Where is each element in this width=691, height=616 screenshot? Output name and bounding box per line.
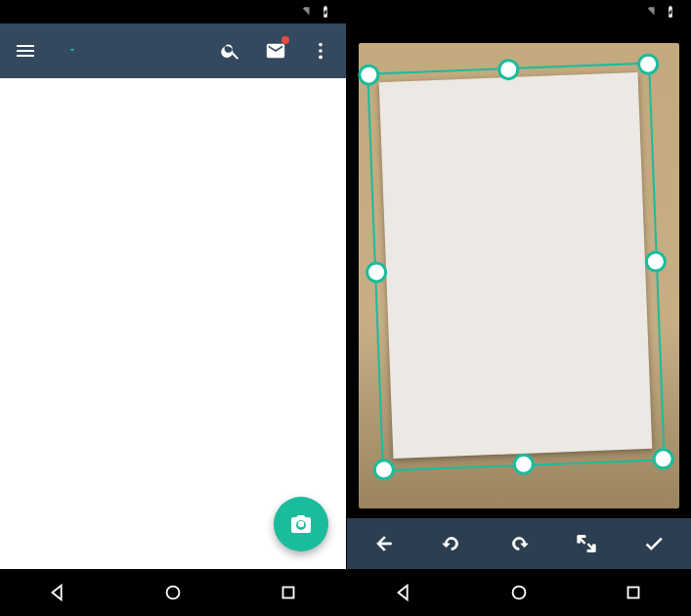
check-icon [643,533,665,554]
scanned-page [378,72,652,459]
rotate-left-icon [441,533,462,554]
inbox-button[interactable] [258,33,293,68]
nav-back-button[interactable] [28,573,87,612]
svg-point-5 [512,587,525,599]
camera-fab[interactable] [274,497,328,551]
expand-icon [576,533,597,554]
nav-home-button[interactable] [144,573,202,612]
paper-text [393,99,625,108]
arrow-left-icon [373,533,395,554]
crop-handle-tl[interactable] [357,64,379,86]
chevron-down-icon [66,44,78,56]
search-icon [220,40,241,62]
overflow-menu-button[interactable] [303,33,338,68]
crop-handle-t[interactable] [497,59,519,81]
svg-rect-6 [628,588,639,598]
document-list[interactable] [0,78,346,569]
nav-recent-button[interactable] [259,573,318,612]
paper-text [393,99,625,108]
svg-point-0 [319,43,323,47]
crop-handle-b[interactable] [512,453,535,475]
nav-home-button[interactable] [490,573,548,612]
no-sim-icon [644,5,658,19]
expand-button[interactable] [563,520,610,567]
crop-handle-bl[interactable] [372,459,395,481]
crop-viewport[interactable] [347,23,692,518]
system-nav-bar [347,569,692,616]
crop-handle-r[interactable] [644,250,667,273]
nav-home-icon [162,582,184,603]
paper-heading [393,99,625,108]
nav-back-button[interactable] [374,573,433,612]
nav-home-icon [508,582,530,603]
confirm-button[interactable] [630,520,677,567]
battery-icon [319,5,332,19]
rotate-right-button[interactable] [496,520,542,567]
crop-handle-br[interactable] [652,448,674,470]
paper-text [393,99,625,108]
phone-left [0,0,346,616]
status-bar [0,0,346,23]
battery-icon [664,5,677,19]
nav-recent-button[interactable] [604,573,663,612]
svg-point-3 [166,587,179,599]
svg-point-1 [319,49,323,53]
paper-text [393,99,625,108]
notification-dot-icon [281,36,289,44]
paper-heading [393,99,625,108]
camera-icon [289,512,313,536]
back-button[interactable] [361,520,408,567]
paper-heading [393,99,625,108]
app-toolbar [0,23,346,78]
rotate-left-button[interactable] [428,520,475,567]
crop-toolbar [347,518,692,569]
system-nav-bar [0,569,346,616]
crop-handle-tr[interactable] [636,53,659,75]
paper-text [393,99,625,108]
phone-right [346,0,692,616]
more-vert-icon [310,40,331,62]
title-dropdown-button[interactable] [66,42,78,60]
paper-text [393,99,625,108]
hamburger-menu-button[interactable] [8,33,43,68]
nav-back-icon [393,582,414,603]
status-bar [347,0,692,23]
nav-back-icon [47,582,68,603]
nav-recent-icon [278,582,299,603]
svg-point-2 [319,56,323,60]
search-button[interactable] [213,33,248,68]
svg-rect-4 [282,588,293,598]
paper-text [393,99,625,108]
crop-handle-l[interactable] [365,261,387,284]
hamburger-icon [14,39,37,63]
nav-recent-icon [623,582,644,603]
rotate-right-icon [508,533,530,554]
no-sim-icon [299,5,313,19]
